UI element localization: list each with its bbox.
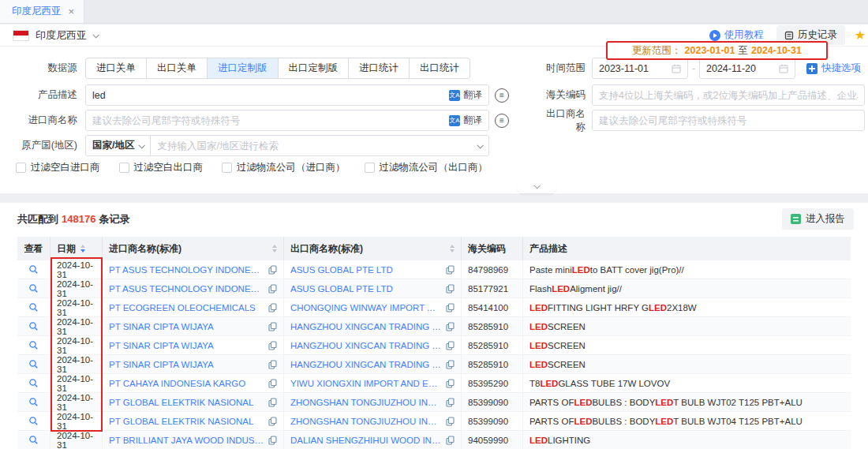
importer-link[interactable]: PT BRILLIANT JAYA WOOD INDUSTRY: [109, 436, 264, 445]
exporter-link[interactable]: ASUS GLOBAL PTE LTD: [290, 265, 393, 275]
exporter-link[interactable]: ZHONGSHAN TONGJIUZHOU INTERNA...: [290, 398, 441, 407]
start-date-input[interactable]: 2023-11-01: [592, 58, 688, 79]
data-source-option[interactable]: 出口统计: [409, 58, 470, 79]
view-cell[interactable]: [17, 374, 51, 392]
collapse-panel-handle[interactable]: [517, 182, 556, 193]
checkbox-icon[interactable]: [16, 163, 26, 173]
tutorial-link[interactable]: 使用教程: [709, 28, 764, 42]
copy-button[interactable]: [446, 303, 455, 312]
copy-button[interactable]: [268, 303, 277, 312]
exporter-link[interactable]: HANGZHOU XINGCAN TRADING CO LTD: [290, 322, 441, 331]
importer-link[interactable]: PT CAHAYA INDONESIA KARGO: [109, 379, 245, 388]
date-cell: 2024-10-31: [51, 260, 103, 279]
importer-link[interactable]: PT SINAR CIPTA WIJAYA: [109, 322, 214, 331]
checkbox-label: 过滤物流公司（进口商）: [237, 161, 346, 174]
chevron-down-icon[interactable]: [92, 32, 99, 38]
importer-link[interactable]: PT ASUS TECHNOLOGY INDONESIA BA...: [109, 284, 264, 294]
copy-button[interactable]: [268, 379, 277, 388]
tab-indonesia[interactable]: 印度尼西亚 ×: [0, 0, 84, 23]
exporter-link[interactable]: ZHONGSHAN TONGJIUZHOU INTERNA...: [290, 417, 441, 426]
exporter-link[interactable]: HANGZHOU XINGCAN TRADING CO LTD: [290, 360, 441, 369]
copy-button[interactable]: [446, 417, 455, 426]
exporter-link[interactable]: CHONGQING WINWAY IMPORT AND E...: [290, 303, 441, 312]
favorite-star-icon[interactable]: ★: [855, 28, 866, 43]
importer-link[interactable]: PT GLOBAL ELEKTRIK NASIONAL: [109, 417, 253, 426]
view-cell[interactable]: [17, 298, 51, 316]
sort-icon[interactable]: [272, 245, 277, 253]
filter-checkbox[interactable]: 过滤物流公司（进口商）: [222, 161, 346, 174]
data-source-option[interactable]: 进口定制版: [207, 58, 279, 79]
copy-button[interactable]: [446, 341, 455, 350]
exporter-link[interactable]: YIWU XIONGXIN IMPORT AND EXPORT...: [290, 379, 441, 388]
exporter-cell: ASUS GLOBAL PTE LTD: [284, 279, 462, 297]
view-cell[interactable]: [17, 260, 51, 279]
view-cell[interactable]: [17, 431, 51, 449]
copy-button[interactable]: [446, 284, 455, 294]
play-circle-icon: [709, 30, 720, 41]
importer-link[interactable]: PT ECOGREEN OLEOCHEMICALS: [109, 303, 256, 312]
view-cell[interactable]: [17, 412, 51, 430]
exclude-icon[interactable]: ≡: [495, 88, 509, 103]
view-cell[interactable]: [17, 355, 51, 373]
exclude-icon[interactable]: ≡: [495, 114, 509, 128]
product-desc-input[interactable]: [92, 90, 449, 101]
view-cell[interactable]: [17, 393, 51, 411]
enter-report-button[interactable]: 进入报告: [782, 208, 854, 230]
quick-options-link[interactable]: 快捷选项: [806, 62, 861, 75]
copy-button[interactable]: [268, 360, 277, 369]
sort-icon[interactable]: [80, 245, 85, 253]
origin-search-input[interactable]: [157, 140, 477, 152]
exporter-link[interactable]: HANGZHOU XINGCAN TRADING CO LTD: [290, 341, 441, 350]
date-cell: 2024-10-31: [51, 317, 103, 335]
filter-checkbox[interactable]: 过滤物流公司（出口商）: [365, 161, 488, 174]
filter-checkbox[interactable]: 过滤空白进口商: [16, 161, 100, 174]
view-cell[interactable]: [17, 336, 51, 354]
close-icon[interactable]: ×: [69, 6, 75, 17]
importer-link[interactable]: PT GLOBAL ELEKTRIK NASIONAL: [109, 398, 253, 407]
origin-select-prefix[interactable]: 国家/地区: [86, 136, 151, 155]
copy-button[interactable]: [268, 322, 277, 331]
copy-button[interactable]: [268, 284, 277, 294]
copy-button[interactable]: [268, 417, 277, 426]
data-source-option[interactable]: 进口统计: [348, 58, 410, 79]
data-source-option[interactable]: 出口关单: [146, 58, 208, 79]
data-source-option[interactable]: 出口定制版: [278, 58, 350, 79]
copy-button[interactable]: [268, 265, 277, 275]
origin-select[interactable]: 国家/地区: [85, 135, 489, 156]
column-header: 产品描述: [523, 237, 851, 260]
exporter-input[interactable]: [599, 115, 858, 126]
table-row: 2024-10-31PT ECOGREEN OLEOCHEMICALSCHONG…: [17, 298, 851, 317]
data-source-option[interactable]: 进口关单: [85, 58, 147, 79]
importer-input[interactable]: [92, 115, 449, 126]
column-header: 海关编码: [462, 237, 523, 260]
copy-button[interactable]: [268, 436, 277, 445]
importer-link[interactable]: PT ASUS TECHNOLOGY INDONESIA BA...: [109, 265, 264, 275]
copy-button[interactable]: [268, 398, 277, 407]
copy-button[interactable]: [446, 360, 455, 369]
view-cell[interactable]: [17, 317, 51, 335]
copy-button[interactable]: [446, 398, 455, 407]
view-cell[interactable]: [17, 279, 51, 297]
copy-button[interactable]: [446, 436, 455, 445]
copy-button[interactable]: [446, 379, 455, 388]
importer-link[interactable]: PT SINAR CIPTA WIJAYA: [109, 341, 214, 350]
column-header[interactable]: 出口商名称(标准): [284, 237, 462, 260]
filter-checkbox[interactable]: 过滤空白出口商: [119, 161, 204, 174]
exporter-link[interactable]: ASUS GLOBAL PTE LTD: [290, 284, 393, 294]
end-date-input[interactable]: 2024-11-20: [699, 58, 795, 79]
column-header[interactable]: 进口商名称(标准): [103, 237, 284, 260]
translate-button[interactable]: 文A 翻译: [449, 88, 482, 102]
checkbox-icon[interactable]: [365, 163, 375, 173]
sort-icon[interactable]: [450, 245, 455, 253]
copy-button[interactable]: [268, 341, 277, 350]
column-header[interactable]: 日期: [51, 237, 103, 260]
exporter-link[interactable]: DALIAN SHENGZHIHUI WOOD INDUST...: [290, 436, 441, 445]
checkbox-icon[interactable]: [222, 163, 232, 173]
copy-button[interactable]: [446, 265, 455, 275]
copy-button[interactable]: [446, 322, 455, 331]
translate-button[interactable]: 文A 翻译: [449, 114, 482, 127]
date-cell: 2024-10-31: [51, 393, 103, 411]
checkbox-icon[interactable]: [119, 163, 129, 173]
hs-code-input[interactable]: [599, 90, 858, 101]
importer-link[interactable]: PT SINAR CIPTA WIJAYA: [109, 360, 214, 369]
